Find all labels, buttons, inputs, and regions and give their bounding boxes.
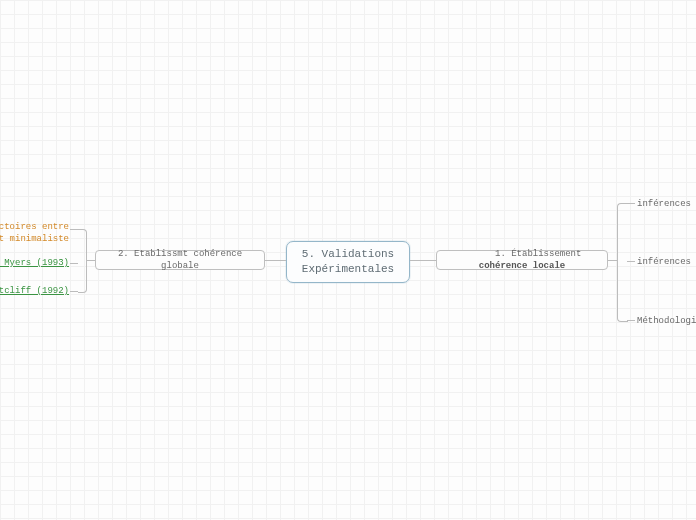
leaf-right-2[interactable]: Méthodologies [637, 316, 696, 328]
branch-right-bold: cohérence locale [479, 261, 565, 271]
connector [70, 291, 78, 292]
root-node[interactable]: 5. Validations Expérimentales [286, 241, 410, 283]
connector [410, 260, 436, 261]
branch-right-prefix: 1. Établissement [495, 249, 587, 259]
branch-right-label: 1. Établissement cohérence locale [443, 236, 601, 285]
connector [627, 320, 635, 321]
connector [627, 203, 635, 204]
leaf-right-2-label: Méthodologies [637, 316, 696, 326]
leaf-left-2-label: Ratcliff (1992) [0, 286, 69, 296]
connector [265, 260, 286, 261]
branch-left-node[interactable]: 2. Etablissmt cohérence globale [95, 250, 265, 270]
leaf-left-0-line1: adictoires entre [0, 222, 69, 232]
connector [608, 260, 617, 261]
connector [70, 263, 78, 264]
connector [627, 261, 635, 262]
connector-bracket [78, 229, 87, 293]
branch-right-node[interactable]: 1. Établissement cohérence locale [436, 250, 608, 270]
leaf-right-0-label: inférences de [637, 199, 696, 209]
leaf-left-0[interactable]: adictoires entre e et minimaliste [0, 222, 69, 245]
root-node-label: 5. Validations Expérimentales [302, 247, 394, 277]
branch-left-label: 2. Etablissmt cohérence globale [102, 248, 258, 272]
leaf-left-0-line2: e et minimaliste [0, 234, 69, 244]
leaf-right-0[interactable]: inférences de [637, 199, 696, 211]
connector-bracket [617, 203, 628, 322]
mindmap-canvas[interactable]: 5. Validations Expérimentales 2. Etablis… [0, 0, 696, 520]
leaf-right-1[interactable]: inférences cau [637, 257, 696, 269]
connector [86, 260, 95, 261]
leaf-left-1-label: et Myers (1993) [0, 258, 69, 268]
leaf-right-1-prefix: inférences [637, 257, 696, 267]
leaf-left-2[interactable]: Ratcliff (1992) [0, 286, 69, 298]
leaf-left-1[interactable]: et Myers (1993) [0, 258, 69, 270]
connector [70, 229, 78, 230]
